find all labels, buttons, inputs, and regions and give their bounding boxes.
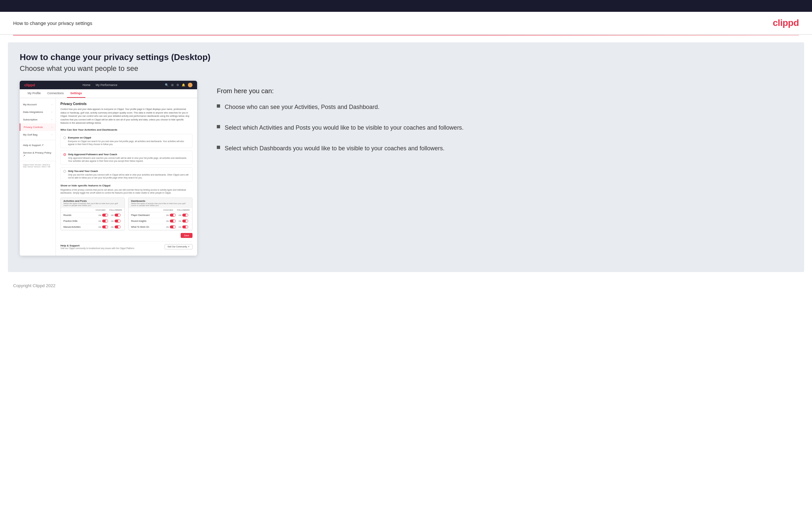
dash-coaches-col-label: COACHES (162, 209, 174, 211)
sidebar-data-integrations[interactable]: Data Integrations › (20, 108, 55, 116)
show-hide-title: Show or hide specific features in Clippd (60, 184, 193, 187)
sidebar-my-account[interactable]: My Account › (20, 101, 55, 108)
radio-circle-everyone (63, 136, 66, 139)
round-insights-coaches-toggle[interactable]: ON (164, 220, 177, 223)
who-can-see-title: Who Can See Your Activities and Dashboar… (60, 128, 193, 131)
round-insights-followers-toggle[interactable]: ON (177, 220, 190, 223)
toggle-row-rounds: Rounds ON ON (61, 212, 124, 218)
player-dashboard-followers-toggle[interactable]: ON (177, 214, 190, 217)
practice-coaches-toggle[interactable]: ON (97, 220, 109, 223)
radio-everyone-desc: Everyone on Clippd can search for you an… (68, 140, 190, 146)
bullet-text-2: Select which Activities and Posts you wo… (225, 123, 463, 132)
save-row: Save (60, 233, 193, 238)
bullet-item-1: Choose who can see your Activities, Post… (217, 103, 792, 112)
practice-followers-pill[interactable] (115, 220, 120, 223)
app-body: My Account › Data Integrations › Subscri… (20, 98, 197, 256)
radio-followers-coach[interactable]: Only Approved Followers and Your Coach O… (60, 151, 193, 165)
round-insights-coaches-pill[interactable] (170, 220, 176, 223)
subnav-settings[interactable]: Settings (67, 89, 86, 98)
radio-followers-coach-desc: Only approved followers and coaches you … (68, 157, 190, 162)
dashboards-table-header: Dashboards Select the types of activity … (129, 198, 192, 208)
toggle-row-manual: Manual Activities ON ON (61, 224, 124, 230)
what-to-work-followers-toggle[interactable]: ON (177, 225, 190, 228)
top-bar (0, 0, 812, 12)
logo: clippd (773, 18, 799, 28)
sidebar-privacy-controls[interactable]: Privacy Controls › (20, 123, 55, 131)
coaches-col-label: COACHES (94, 209, 107, 211)
radio-circle-only-you (63, 170, 66, 173)
header: How to change your privacy settings clip… (0, 12, 812, 35)
radio-everyone[interactable]: Everyone on Clippd Everyone on Clippd ca… (60, 134, 193, 148)
sidebar-subscription[interactable]: Subscription › (20, 116, 55, 123)
rounds-followers-pill[interactable] (115, 214, 120, 217)
toggle-row-practice: Practice Drills ON ON (61, 218, 124, 224)
chevron-icon: › (52, 118, 52, 121)
privacy-controls-desc: Control how you and your data appears to… (60, 108, 193, 125)
manual-label: Manual Activities (63, 226, 97, 228)
manual-followers-pill[interactable] (115, 225, 120, 228)
privacy-controls-title: Privacy Controls (60, 102, 193, 106)
sidebar-help-support[interactable]: Help & Support ↗ (20, 142, 55, 149)
rounds-followers-toggle[interactable]: ON (109, 214, 122, 217)
avatar[interactable] (188, 83, 193, 87)
header-divider (13, 35, 799, 36)
app-nav-performance[interactable]: My Performance (96, 83, 117, 87)
toggle-row-player-dashboard: Player Dashboard ON ON (129, 212, 192, 218)
what-to-work-coaches-toggle[interactable]: ON (164, 225, 177, 228)
subnav-my-profile[interactable]: My Profile (24, 89, 44, 98)
app-nav-bar: clippd Home My Performance 🔍 ⊞ ⚙ 🔔 (20, 81, 197, 89)
bullet-text-3: Select which Dashboards you would like t… (225, 144, 445, 153)
sidebar-service-privacy[interactable]: Service & Privacy Policy ↗ (20, 149, 55, 160)
radio-only-you-title: Only You and Your Coach (68, 170, 190, 173)
manual-followers-toggle[interactable]: ON (109, 225, 122, 228)
sidebar-my-account-label: My Account (23, 103, 37, 106)
chevron-icon: › (52, 133, 52, 136)
right-panel: From here you can: Choose who can see yo… (210, 81, 792, 165)
player-dashboard-followers-pill[interactable] (182, 214, 188, 217)
round-insights-followers-pill[interactable] (182, 220, 188, 223)
save-button[interactable]: Save (181, 233, 193, 238)
what-to-work-followers-pill[interactable] (182, 225, 188, 228)
sql-version: SQL Server Version: 2022.7.38 (23, 166, 52, 168)
sidebar-divider (20, 140, 55, 140)
bullet-square-1 (217, 104, 220, 108)
page-heading: How to change your privacy settings (Des… (20, 52, 792, 62)
search-icon[interactable]: 🔍 (165, 83, 168, 87)
toggle-row-round-insights: Round Insights ON ON (129, 218, 192, 224)
practice-coaches-pill[interactable] (102, 220, 108, 223)
activities-table-header: Activities and Posts Select the types of… (61, 198, 124, 208)
settings-icon[interactable]: ⚙ (176, 83, 179, 87)
player-dashboard-coaches-pill[interactable] (170, 214, 176, 217)
radio-only-you-text: Only You and Your Coach Only you and the… (68, 170, 190, 179)
subnav-connections[interactable]: Connections (44, 89, 67, 98)
bell-icon[interactable]: 🔔 (182, 83, 185, 87)
help-title: Help & Support (60, 244, 135, 247)
rounds-coaches-pill[interactable] (102, 214, 108, 217)
visit-community-button[interactable]: Visit Our Community ↗ (164, 244, 193, 249)
copyright-text: Copyright Clippd 2022 (13, 283, 55, 288)
app-main-panel: Privacy Controls Control how you and you… (56, 98, 197, 256)
help-section: Help & Support Visit our Clippd communit… (60, 241, 193, 249)
practice-followers-toggle[interactable]: ON (109, 220, 122, 223)
grid-icon[interactable]: ⊞ (171, 83, 174, 87)
sidebar-my-golf-bag[interactable]: My Golf Bag › (20, 131, 55, 138)
footer: Copyright Clippd 2022 (0, 279, 812, 293)
app-nav-home[interactable]: Home (83, 83, 90, 87)
rounds-coaches-toggle[interactable]: ON (97, 214, 109, 217)
radio-everyone-title: Everyone on Clippd (68, 136, 190, 139)
what-to-work-label: What To Work On (131, 226, 164, 228)
radio-only-you-desc: Only you and the coaches you connect wit… (68, 173, 190, 179)
player-dashboard-coaches-toggle[interactable]: ON (164, 214, 177, 217)
radio-only-you-coach[interactable]: Only You and Your Coach Only you and the… (60, 167, 193, 181)
chevron-icon: › (52, 111, 52, 113)
radio-everyone-text: Everyone on Clippd Everyone on Clippd ca… (68, 136, 190, 146)
activities-table-subheader: Select the types of activity that you'd … (63, 203, 122, 207)
rounds-label: Rounds (63, 214, 97, 216)
manual-coaches-toggle[interactable]: ON (97, 225, 109, 228)
followers-col-label: FOLLOWERS (109, 209, 122, 211)
help-text: Help & Support Visit our Clippd communit… (60, 244, 135, 249)
activities-col-headers: COACHES FOLLOWERS (61, 208, 124, 212)
manual-coaches-pill[interactable] (102, 225, 108, 228)
what-to-work-coaches-pill[interactable] (170, 225, 176, 228)
from-here-heading: From here you can: (217, 87, 792, 95)
